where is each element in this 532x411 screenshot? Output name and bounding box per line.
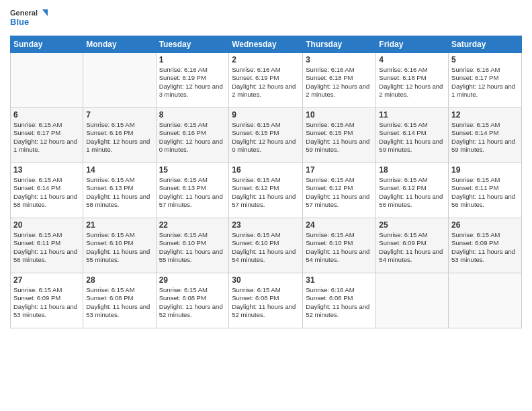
calendar-header-row: SundayMondayTuesdayWednesdayThursdayFrid… bbox=[11, 36, 522, 53]
day-info: Daylight: 11 hours and 53 minutes. bbox=[13, 303, 80, 320]
day-info: Daylight: 11 hours and 59 minutes. bbox=[451, 138, 519, 154]
calendar-cell: 24Sunrise: 6:15 AMSunset: 6:10 PMDayligh… bbox=[303, 218, 376, 273]
day-info: Sunset: 6:12 PM bbox=[232, 184, 300, 192]
day-number: 18 bbox=[379, 165, 445, 175]
day-info: Sunset: 6:11 PM bbox=[451, 184, 519, 192]
day-number: 30 bbox=[232, 275, 300, 285]
day-info: Sunset: 6:08 PM bbox=[232, 294, 300, 302]
day-number: 19 bbox=[451, 165, 519, 175]
calendar-cell: 6Sunrise: 6:15 AMSunset: 6:17 PMDaylight… bbox=[11, 108, 83, 163]
calendar-week-1: 1Sunrise: 6:16 AMSunset: 6:19 PMDaylight… bbox=[11, 53, 522, 108]
day-info: Sunrise: 6:15 AM bbox=[13, 121, 80, 129]
day-info: Daylight: 11 hours and 56 minutes. bbox=[379, 193, 445, 210]
calendar-page: General Blue SundayMondayTuesdayWednesda… bbox=[0, 0, 532, 411]
calendar-cell: 11Sunrise: 6:15 AMSunset: 6:14 PMDayligh… bbox=[376, 108, 449, 163]
day-info: Sunrise: 6:16 AM bbox=[451, 66, 519, 74]
day-number: 28 bbox=[86, 275, 152, 285]
day-info: Daylight: 12 hours and 1 minute. bbox=[13, 138, 80, 154]
day-info: Sunset: 6:10 PM bbox=[159, 239, 226, 247]
calendar-cell: 15Sunrise: 6:15 AMSunset: 6:13 PMDayligh… bbox=[156, 163, 229, 218]
calendar-cell: 23Sunrise: 6:15 AMSunset: 6:10 PMDayligh… bbox=[229, 218, 303, 273]
logo-svg: General Blue bbox=[10, 7, 50, 30]
day-number: 31 bbox=[306, 275, 373, 285]
day-info: Sunrise: 6:15 AM bbox=[379, 231, 445, 239]
day-info: Sunrise: 6:15 AM bbox=[306, 231, 373, 239]
day-number: 25 bbox=[379, 220, 445, 230]
day-info: Sunset: 6:08 PM bbox=[306, 294, 373, 302]
day-number: 20 bbox=[13, 220, 80, 230]
day-info: Sunrise: 6:16 AM bbox=[159, 66, 226, 74]
calendar-cell: 17Sunrise: 6:15 AMSunset: 6:12 PMDayligh… bbox=[303, 163, 376, 218]
calendar-week-5: 27Sunrise: 6:15 AMSunset: 6:09 PMDayligh… bbox=[11, 273, 522, 328]
day-info: Sunrise: 6:15 AM bbox=[379, 121, 445, 129]
svg-marker-2 bbox=[42, 9, 48, 16]
day-info: Sunrise: 6:15 AM bbox=[451, 231, 519, 239]
calendar-cell: 16Sunrise: 6:15 AMSunset: 6:12 PMDayligh… bbox=[229, 163, 303, 218]
day-info: Daylight: 11 hours and 54 minutes. bbox=[306, 248, 373, 265]
day-info: Sunrise: 6:15 AM bbox=[379, 176, 445, 184]
day-info: Sunset: 6:09 PM bbox=[451, 239, 519, 247]
calendar-cell: 3Sunrise: 6:16 AMSunset: 6:18 PMDaylight… bbox=[303, 53, 376, 108]
day-number: 2 bbox=[232, 55, 300, 64]
calendar-cell: 27Sunrise: 6:15 AMSunset: 6:09 PMDayligh… bbox=[11, 273, 83, 328]
day-info: Sunset: 6:13 PM bbox=[86, 184, 152, 192]
day-number: 8 bbox=[159, 110, 226, 120]
day-info: Sunset: 6:08 PM bbox=[159, 294, 226, 302]
day-info: Sunrise: 6:15 AM bbox=[232, 176, 300, 184]
calendar-cell: 4Sunrise: 6:16 AMSunset: 6:18 PMDaylight… bbox=[376, 53, 449, 108]
day-info: Sunrise: 6:15 AM bbox=[86, 286, 152, 294]
day-number: 4 bbox=[379, 55, 445, 64]
day-number: 14 bbox=[86, 165, 152, 175]
day-info: Sunrise: 6:15 AM bbox=[159, 231, 226, 239]
day-info: Sunrise: 6:15 AM bbox=[13, 176, 80, 184]
day-info: Sunrise: 6:16 AM bbox=[232, 66, 300, 74]
day-info: Sunrise: 6:15 AM bbox=[13, 231, 80, 239]
day-number: 11 bbox=[379, 110, 445, 120]
header-wednesday: Wednesday bbox=[229, 36, 303, 53]
day-number: 22 bbox=[159, 220, 226, 230]
calendar-cell: 14Sunrise: 6:15 AMSunset: 6:13 PMDayligh… bbox=[83, 163, 156, 218]
calendar-cell: 31Sunrise: 6:16 AMSunset: 6:08 PMDayligh… bbox=[303, 273, 376, 328]
day-info: Sunrise: 6:15 AM bbox=[13, 286, 80, 294]
day-info: Daylight: 12 hours and 1 minute. bbox=[86, 138, 152, 154]
calendar-cell: 26Sunrise: 6:15 AMSunset: 6:09 PMDayligh… bbox=[449, 218, 522, 273]
day-info: Daylight: 11 hours and 52 minutes. bbox=[159, 303, 226, 320]
day-number: 26 bbox=[451, 220, 519, 230]
calendar-cell: 8Sunrise: 6:15 AMSunset: 6:16 PMDaylight… bbox=[156, 108, 229, 163]
header-monday: Monday bbox=[83, 36, 156, 53]
header-sunday: Sunday bbox=[11, 36, 83, 53]
day-number: 7 bbox=[86, 110, 152, 120]
calendar-table: SundayMondayTuesdayWednesdayThursdayFrid… bbox=[10, 36, 522, 328]
day-info: Sunset: 6:18 PM bbox=[306, 74, 373, 82]
day-info: Daylight: 12 hours and 2 minutes. bbox=[232, 83, 300, 99]
day-info: Sunset: 6:08 PM bbox=[86, 294, 152, 302]
day-number: 5 bbox=[451, 55, 519, 64]
day-info: Sunrise: 6:16 AM bbox=[306, 66, 373, 74]
day-number: 3 bbox=[306, 55, 373, 64]
day-info: Daylight: 11 hours and 59 minutes. bbox=[379, 138, 445, 154]
day-info: Daylight: 11 hours and 56 minutes. bbox=[13, 248, 80, 265]
day-info: Sunset: 6:11 PM bbox=[13, 239, 80, 247]
day-info: Sunset: 6:15 PM bbox=[232, 129, 300, 137]
day-number: 15 bbox=[159, 165, 226, 175]
page-header: General Blue bbox=[10, 7, 522, 30]
day-info: Sunset: 6:19 PM bbox=[159, 74, 226, 82]
day-info: Sunset: 6:15 PM bbox=[306, 129, 373, 137]
calendar-cell: 1Sunrise: 6:16 AMSunset: 6:19 PMDaylight… bbox=[156, 53, 229, 108]
header-thursday: Thursday bbox=[303, 36, 376, 53]
day-info: Sunset: 6:14 PM bbox=[379, 129, 445, 137]
calendar-cell: 19Sunrise: 6:15 AMSunset: 6:11 PMDayligh… bbox=[449, 163, 522, 218]
day-info: Daylight: 11 hours and 52 minutes. bbox=[232, 303, 300, 320]
day-info: Sunset: 6:16 PM bbox=[159, 129, 226, 137]
day-info: Daylight: 12 hours and 2 minutes. bbox=[306, 83, 373, 99]
calendar-cell bbox=[83, 53, 156, 108]
day-info: Sunset: 6:14 PM bbox=[451, 129, 519, 137]
day-info: Sunset: 6:17 PM bbox=[13, 129, 80, 137]
header-tuesday: Tuesday bbox=[156, 36, 229, 53]
day-info: Daylight: 12 hours and 3 minutes. bbox=[159, 83, 226, 99]
day-info: Daylight: 11 hours and 53 minutes. bbox=[451, 248, 519, 265]
day-info: Daylight: 12 hours and 2 minutes. bbox=[379, 83, 445, 99]
day-info: Sunset: 6:17 PM bbox=[451, 74, 519, 82]
day-info: Sunset: 6:09 PM bbox=[379, 239, 445, 247]
svg-text:General: General bbox=[10, 9, 38, 17]
